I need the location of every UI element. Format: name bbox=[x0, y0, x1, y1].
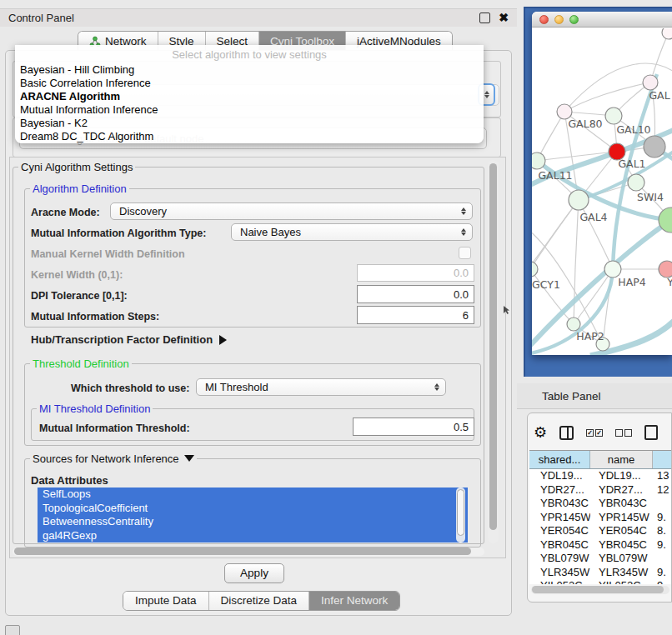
table-row[interactable]: YER054CYER054C8. bbox=[529, 524, 672, 538]
network-node[interactable] bbox=[659, 261, 672, 278]
node-table: shared... name YDL19...YDL19...13YDR27..… bbox=[529, 450, 672, 584]
algorithm-definition-title: Algorithm Definition bbox=[30, 182, 129, 195]
network-edge-highlighted[interactable] bbox=[532, 152, 671, 220]
table-cell: YDL19... bbox=[529, 469, 590, 483]
table-cell: 9. bbox=[653, 566, 672, 580]
table-panel: ⚙ ✓✓ shared... name YDL19...YDL19...13YD… bbox=[527, 412, 672, 602]
combo-arrows-icon bbox=[434, 383, 439, 391]
table-row[interactable]: YBR043CYBR043C bbox=[529, 497, 672, 511]
tab-infer-network[interactable]: Infer Network bbox=[309, 592, 399, 610]
aracne-mode-label: Aracne Mode: bbox=[31, 207, 100, 218]
mi-threshold-input[interactable]: 0.5 bbox=[353, 418, 474, 436]
columns-icon[interactable] bbox=[559, 426, 574, 440]
manual-kernel-checkbox[interactable] bbox=[459, 247, 471, 259]
network-edge[interactable] bbox=[532, 269, 574, 324]
algorithm-option[interactable]: Basic Correlation Inference bbox=[15, 77, 484, 90]
network-window[interactable]: GALGAL80GAL10GAL1GAL11SWI4GAL4HAP4YGCY1H… bbox=[532, 12, 672, 355]
gear-icon[interactable]: ⚙ bbox=[534, 425, 547, 440]
table-cell: 9. bbox=[653, 579, 672, 584]
mi-algorithm-type-label: Mutual Information Algorithm Type: bbox=[31, 228, 206, 239]
table-row[interactable]: YBR045CYBR045C9. bbox=[529, 538, 672, 552]
window-zoom-icon[interactable] bbox=[569, 15, 579, 24]
aracne-mode-combo[interactable]: Discovery bbox=[110, 202, 473, 220]
network-node[interactable] bbox=[532, 152, 545, 169]
collapsed-panel-icon[interactable] bbox=[5, 625, 20, 635]
network-node[interactable] bbox=[643, 75, 658, 90]
deselect-all-checks-icon[interactable] bbox=[615, 429, 632, 437]
table-row[interactable]: YDL19...YDL19...13 bbox=[529, 469, 672, 483]
table-cell bbox=[653, 552, 672, 566]
network-node[interactable] bbox=[567, 318, 580, 331]
threshold-definition-title: Threshold Definition bbox=[30, 358, 132, 370]
data-attribute-item[interactable]: gal4RGexp bbox=[38, 529, 468, 543]
close-panel-icon[interactable]: ✖ bbox=[499, 13, 509, 22]
network-node-label: GAL bbox=[649, 89, 669, 102]
algorithm-option[interactable]: ARACNE Algorithm bbox=[15, 90, 484, 103]
export-table-icon[interactable] bbox=[644, 425, 658, 440]
mi-steps-input[interactable]: 6 bbox=[357, 306, 474, 324]
kernel-width-input[interactable]: 0.0 bbox=[357, 264, 474, 282]
table-row[interactable]: YPR145WYPR145W9. bbox=[529, 511, 672, 525]
algorithm-option[interactable]: Mutual Information Inference bbox=[15, 103, 484, 117]
network-edge[interactable] bbox=[532, 200, 579, 269]
bottom-tabbar: Impute Data Discretize Data Infer Networ… bbox=[123, 591, 400, 611]
table-cell: YBR043C bbox=[590, 497, 653, 511]
float-panel-icon[interactable] bbox=[479, 12, 490, 23]
network-edge[interactable] bbox=[532, 200, 579, 270]
table-row[interactable]: YLR345WYLR345W9. bbox=[529, 566, 672, 580]
network-node-label: GAL4 bbox=[579, 211, 607, 223]
apply-button[interactable]: Apply bbox=[224, 563, 284, 583]
network-node[interactable] bbox=[604, 261, 621, 278]
data-attribute-item[interactable]: SelfLoops bbox=[38, 488, 468, 502]
network-node[interactable] bbox=[628, 174, 644, 191]
table-cell bbox=[653, 497, 672, 511]
network-node-label: SWI4 bbox=[637, 191, 664, 203]
kernel-width-label: Kernel Width (0,1): bbox=[31, 269, 123, 281]
network-window-titlebar[interactable] bbox=[532, 12, 672, 28]
data-attribute-item[interactable]: BetweennessCentrality bbox=[38, 515, 468, 529]
hub-definition-toggle[interactable]: Hub/Transcription Factor Definition bbox=[31, 333, 227, 346]
which-threshold-combo[interactable]: MI Threshold bbox=[196, 378, 446, 396]
column-header-name[interactable]: name bbox=[590, 451, 653, 468]
data-attributes-scrollbar[interactable] bbox=[456, 488, 465, 542]
table-toolbar: ⚙ ✓✓ bbox=[528, 420, 672, 445]
settings-horizontal-scrollbar[interactable] bbox=[13, 548, 484, 556]
window-close-icon[interactable] bbox=[539, 15, 549, 24]
network-node-label: GCY1 bbox=[532, 278, 560, 291]
table-horizontal-scrollbar[interactable] bbox=[531, 586, 669, 594]
table-cell: YBR043C bbox=[529, 497, 590, 511]
table-body: YDL19...YDL19...13YDR27...YDR27...12YBR0… bbox=[529, 469, 672, 584]
dpi-tolerance-input[interactable]: 0.0 bbox=[357, 285, 474, 303]
table-row[interactable]: YBL079WYBL079W bbox=[529, 552, 672, 566]
network-node-label: HAP2 bbox=[576, 330, 604, 342]
data-attributes-list[interactable]: SelfLoopsTopologicalCoefficientBetweenne… bbox=[38, 488, 468, 542]
column-header-shared-name[interactable]: shared... bbox=[529, 451, 590, 468]
algorithm-option[interactable]: Dream8 DC_TDC Algorithm bbox=[15, 130, 484, 143]
table-cell: YIL052C bbox=[590, 579, 653, 584]
column-header-partial[interactable] bbox=[653, 451, 672, 468]
table-cell: 8. bbox=[653, 524, 672, 538]
network-canvas[interactable]: GALGAL80GAL10GAL1GAL11SWI4GAL4HAP4YGCY1H… bbox=[532, 28, 672, 355]
network-node[interactable] bbox=[569, 190, 589, 210]
select-all-checks-icon[interactable]: ✓✓ bbox=[586, 429, 603, 437]
combo-arrows-icon bbox=[461, 208, 466, 215]
table-cell: YER054C bbox=[529, 524, 590, 538]
network-node[interactable] bbox=[605, 108, 622, 124]
network-edge[interactable] bbox=[574, 200, 579, 324]
network-node[interactable] bbox=[644, 136, 665, 158]
network-node[interactable] bbox=[662, 28, 672, 39]
data-attribute-item[interactable]: TopologicalCoefficient bbox=[38, 502, 468, 516]
sources-title[interactable]: Sources for Network Inference bbox=[30, 452, 197, 465]
algorithm-option[interactable]: Bayesian - Hill Climbing bbox=[15, 63, 484, 77]
table-row[interactable]: YIL052CYIL052C9. bbox=[529, 579, 672, 584]
tab-impute-data[interactable]: Impute Data bbox=[123, 592, 209, 610]
mi-algorithm-type-combo[interactable]: Naive Bayes bbox=[231, 223, 473, 241]
network-edge[interactable] bbox=[564, 82, 650, 112]
settings-vertical-scrollbar[interactable] bbox=[488, 160, 499, 543]
table-row[interactable]: YDR27...YDR27...12 bbox=[529, 483, 672, 498]
algorithm-option[interactable]: Bayesian - K2 bbox=[15, 117, 484, 130]
network-node[interactable] bbox=[532, 262, 538, 277]
table-cell: YBR045C bbox=[529, 538, 590, 552]
window-minimize-icon[interactable] bbox=[554, 15, 564, 24]
tab-discretize-data[interactable]: Discretize Data bbox=[209, 592, 310, 610]
